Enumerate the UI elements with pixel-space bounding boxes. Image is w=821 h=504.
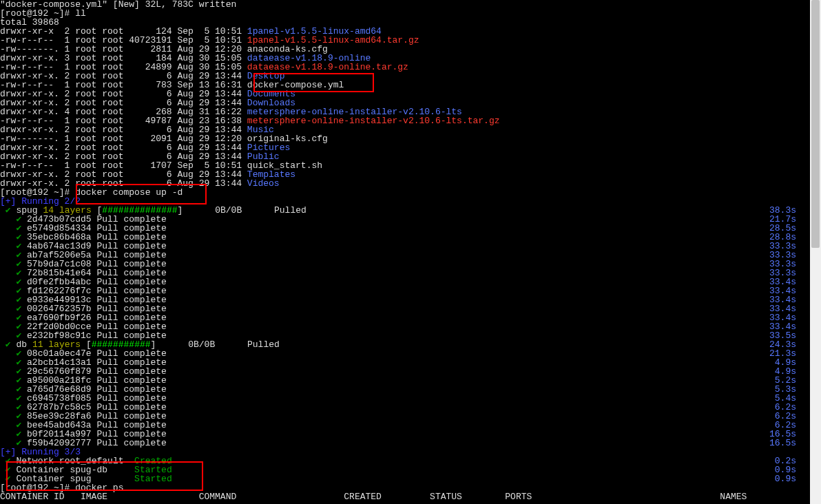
- prompt-line-1: [root@192 ~]# ll: [0, 9, 810, 18]
- compose-containers: ✔ Network root_default Created0.2s ✔ Con…: [0, 456, 810, 483]
- vim-status-line: "docker-compose.yml" [New] 32L, 783C wri…: [0, 0, 810, 9]
- container-row: ✔ Container spug Started0.9s: [0, 474, 810, 483]
- ls-output: drwxr-xr-x 2 root root 124 Sep 5 10:51 1…: [0, 27, 810, 188]
- prompt-line-2: [root@192 ~]# docker compose up -d: [0, 188, 810, 197]
- scrollbar[interactable]: [810, 0, 821, 504]
- compose-db-layers: ✔ 08c01a0ec47e Pull complete21.3s ✔ a2bc…: [0, 349, 810, 448]
- terminal-area[interactable]: "docker-compose.yml" [New] 32L, 783C wri…: [0, 0, 810, 504]
- scroll-thumb[interactable]: [811, 0, 820, 248]
- compose-spug-layers: ✔ 2d473b07cdd5 Pull complete21.7s ✔ e574…: [0, 215, 810, 340]
- docker-ps-header: CONTAINER ID IMAGE COMMAND CREATED STATU…: [0, 492, 810, 501]
- layer-row: ✔ f59b42092777 Pull complete16.5s: [0, 439, 810, 448]
